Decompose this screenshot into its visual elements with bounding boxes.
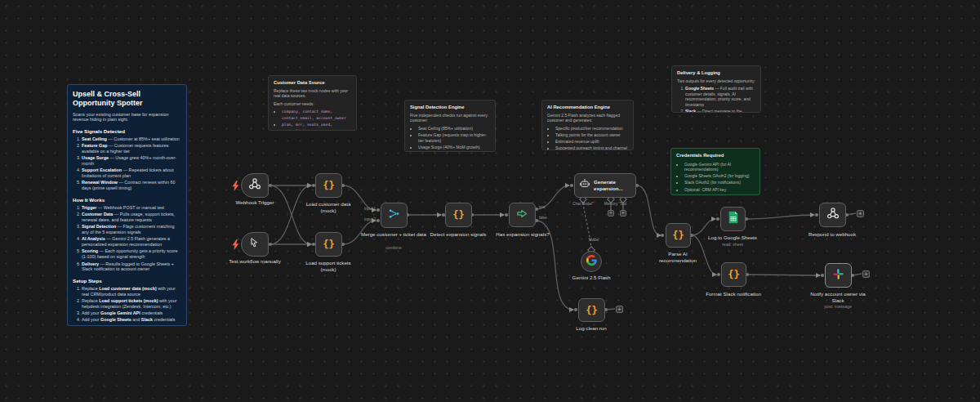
node-log-google-sheets[interactable] [720, 207, 746, 231]
note-list-item: Support Escalation (3+ limitation-relate… [418, 151, 490, 152]
note-list-item: company, contact_name, contact_email, ac… [282, 109, 351, 120]
sticky-note-credentials[interactable]: Credentials Required Google Gemini API (… [670, 148, 760, 195]
node-label-has-signals: Has expansion signals? [490, 231, 555, 238]
node-respond-webhook[interactable] [819, 203, 846, 227]
note-title: Delivery & Logging [677, 70, 755, 77]
note-list-item: Scoring — Each opportunity gets a priori… [82, 248, 181, 260]
note-list-item: Usage Surge — Usage grew 40%+ month-over… [82, 155, 181, 167]
code-icon: {} [586, 305, 597, 316]
node-label-log-google-sheets: Log to Google Sheets [700, 234, 765, 241]
google-g-icon [586, 254, 597, 269]
sticky-note-customer-data[interactable]: Customer Data Source Replace these two m… [268, 75, 357, 131]
note-list-item: Add your Google Gemini API credentials [82, 310, 181, 316]
node-gemini-model[interactable] [581, 251, 602, 272]
add-node-button[interactable]: + [616, 306, 623, 313]
cursor-icon [249, 237, 261, 252]
code-icon: {} [323, 239, 334, 250]
node-label-detect-signals: Detect expansion signals [421, 231, 495, 238]
note-list-item: Talking points for the account owner [555, 132, 628, 138]
note-list: Google Gemini API (for AI recommendation… [676, 162, 755, 192]
port-label-chat-model: Chat Model* [565, 203, 601, 207]
note-intro: Scans your existing customer base for ex… [73, 112, 181, 123]
node-parse-recommendation[interactable]: {} [666, 223, 691, 248]
add-node-button[interactable]: + [862, 270, 870, 278]
add-node-button[interactable]: + [857, 210, 864, 217]
add-memory-button[interactable]: + [608, 210, 614, 217]
note-list-item: plan, mrr, seats_used, seats_limit [282, 122, 351, 131]
sticky-note-ai-recommendation[interactable]: AI Recommendation Engine Gemini 2.5 Flas… [541, 100, 634, 150]
note-text: Gemini 2.5 Flash analyzes each flagged c… [547, 113, 628, 123]
sticky-note-signal-detection[interactable]: Signal Detection Engine Five independent… [404, 100, 496, 152]
node-label-format-slack: Format Slack notification [699, 291, 768, 297]
note-heading-signals: Five Signals Detected [73, 128, 181, 135]
node-load-support-tickets[interactable]: {} [315, 232, 342, 257]
webhook-icon [826, 207, 840, 223]
note-list: Google Sheets — Full audit trail with cu… [677, 86, 755, 113]
port-label-input2: Input 2 [353, 218, 376, 222]
port-label-input1: Input 1 [353, 208, 376, 212]
filter-arrow-icon [516, 208, 528, 223]
note-list-signals: Seat Ceiling — Customer at 85%+ seat uti… [73, 136, 181, 191]
note-list-item: Slack OAuth2 (for notifications) [684, 180, 755, 185]
note-list-item: Trigger — Webhook POST or manual test [82, 205, 181, 211]
note-list-item: Estimated revenue uplift [555, 139, 628, 145]
node-subtitle-merge: combine [361, 245, 426, 250]
note-list-item: Signal Detection — Flags customers match… [82, 224, 181, 235]
code-icon: {} [728, 269, 739, 280]
note-list-item: Seat Ceiling — Customer at 85%+ seat uti… [82, 136, 181, 142]
node-log-clean-run[interactable]: {} [578, 298, 605, 322]
port-label-tool: Tool [615, 203, 631, 207]
node-label-gemini: Gemini 2.5 Flash [563, 275, 620, 281]
node-label-manual-trigger: Test workflow manually [218, 258, 292, 265]
node-label-load-customer-data: Load customer data (mock) [302, 201, 354, 214]
note-list-item: Add your Google Sheets and Slack credent… [82, 317, 181, 323]
node-ai-agent[interactable]: Generate expansion... [574, 173, 636, 198]
note-title: AI Recommendation Engine [547, 105, 628, 111]
note-list-item: Optional: CRM API key [684, 187, 755, 193]
node-format-slack[interactable]: {} [721, 262, 746, 287]
node-label-merge: Merge customer + ticket data [361, 231, 426, 238]
note-list-item: Feature Gap (requests map to higher-tier… [418, 132, 490, 143]
note-list: Seat Ceiling (85%+ utilization)Feature G… [410, 126, 490, 152]
note-list: company, contact_name, contact_email, ac… [274, 109, 351, 131]
note-list-item: Feature Gap — Customer requests features… [82, 143, 181, 154]
webhook-icon [248, 177, 261, 194]
note-list: Specific product/tier recommendationTalk… [547, 126, 628, 150]
node-load-customer-data[interactable]: {} [315, 173, 342, 198]
node-manual-trigger[interactable] [241, 232, 269, 257]
note-list-item: Google Sheets OAuth2 (for logging) [684, 173, 755, 179]
sticky-note-overview[interactable]: Upsell & Cross-Sell Opportunity Spotter … [67, 84, 187, 326]
note-list-item: Google Sheets — Full audit trail with cu… [685, 86, 755, 107]
code-icon: {} [323, 180, 334, 191]
node-subtitle-notify-slack: post: message [806, 304, 870, 309]
node-title-ai-agent: Generate expansion... [594, 179, 630, 192]
note-list-item: Seat Ceiling (85%+ utilization) [418, 126, 490, 132]
node-webhook-trigger[interactable] [241, 173, 269, 198]
sticky-note-delivery-logging[interactable]: Delivery & Logging Two outputs for every… [671, 65, 761, 113]
note-heading-how: How It Works [73, 197, 181, 203]
note-title: Signal Detection Engine [410, 105, 490, 111]
note-list-item: Customer Data — Pulls usage, support tic… [82, 212, 181, 223]
note-list-setup: Replace Load customer data (mock) with y… [73, 286, 181, 326]
note-list-item: Suggested outreach timing and channel [555, 145, 628, 150]
note-list-item: Replace Load support tickets (mock) with… [82, 298, 181, 310]
node-label-webhook-trigger: Webhook Trigger [222, 199, 287, 206]
trigger-bolt-icon [232, 180, 239, 194]
add-tool-button[interactable]: + [620, 210, 626, 217]
note-list-item: Slack — Direct message to the account ow… [685, 109, 755, 113]
note-list-item: Usage Surge (40%+ MoM growth) [418, 145, 490, 150]
note-text: Two outputs for every detected opportuni… [677, 78, 755, 84]
note-list-item: Support Escalation — Repeated tickets ab… [82, 168, 181, 179]
node-merge[interactable] [381, 203, 408, 228]
port-label-true: true [539, 206, 559, 210]
note-title: Customer Data Source [274, 80, 351, 87]
node-label-notify-slack: Notify account owner via Slack [806, 291, 870, 304]
node-has-signals-if[interactable] [509, 203, 536, 227]
workflow-canvas[interactable]: Upsell & Cross-Sell Opportunity Spotter … [0, 0, 980, 402]
node-detect-signals[interactable]: {} [445, 203, 472, 227]
merge-icon [388, 208, 400, 223]
port-label-model: Model [583, 239, 604, 243]
node-notify-slack[interactable] [825, 263, 852, 288]
port-label-false: false [539, 217, 559, 221]
note-list-item: Renewal Window — Contract renews within … [82, 180, 181, 191]
